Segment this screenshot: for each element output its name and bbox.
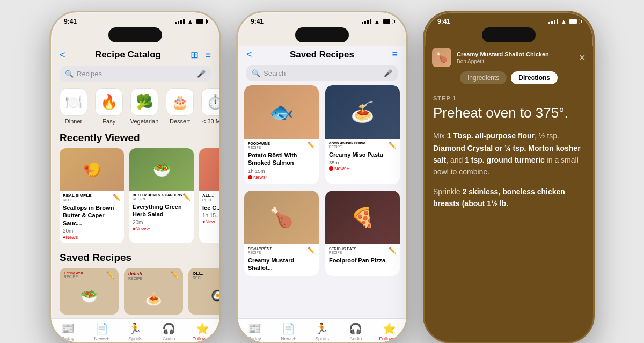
p2-edit-3[interactable]: ✏️ bbox=[308, 247, 315, 254]
card-img-2: 🥗 bbox=[129, 148, 194, 191]
grid-icon[interactable]: ⊞ bbox=[191, 49, 199, 61]
news-icon-2: 📄 bbox=[282, 322, 295, 335]
step-heading: Preheat oven to 375°. bbox=[433, 105, 584, 121]
tab-following-2[interactable]: ⭐ Following bbox=[372, 322, 406, 341]
category-vegetarian-label: Vegetarian bbox=[130, 118, 159, 125]
category-vegetarian[interactable]: 🥦 Vegetarian bbox=[130, 88, 158, 125]
vegetarian-icon: 🥦 bbox=[130, 88, 158, 116]
today-icon: 📰 bbox=[61, 322, 75, 335]
saved-card-3[interactable]: oli...REC... ✏️ 🍳 bbox=[188, 268, 219, 315]
tab-audio-1[interactable]: 🎧 Audio bbox=[152, 322, 186, 341]
mic-icon-1[interactable]: 🎤 bbox=[197, 70, 206, 78]
saved-card-img-3: 🍳 bbox=[188, 282, 219, 314]
dinner-icon: 🍽️ bbox=[60, 88, 87, 116]
recipe-header: 🍗 Creamy Mustard Shallot Chicken Bon App… bbox=[425, 46, 593, 71]
tab-following-1[interactable]: ⭐ Following bbox=[186, 322, 219, 341]
today-icon-2: 📰 bbox=[248, 322, 261, 335]
card-source-1: REAL SIMPLE bbox=[63, 193, 92, 198]
tab-today-1[interactable]: 📰 Today bbox=[51, 322, 85, 341]
p2-card-2[interactable]: 🍝 GOOD HOUSEKEEPING RECIPE ✏️ Creamy Mis… bbox=[325, 85, 400, 184]
saved-card-1[interactable]: EatingWellRECIPE ✏️ 🥗 bbox=[60, 268, 119, 315]
following-icon-2: ⭐ bbox=[383, 322, 396, 335]
category-dessert-label: Dessert bbox=[170, 118, 190, 125]
category-quick-label: < 30 Mins bbox=[202, 118, 219, 125]
tab-sports-1[interactable]: 🏃 Sports bbox=[119, 322, 152, 341]
tab-ingredients[interactable]: Ingredients bbox=[460, 71, 507, 84]
page-title-2: Saved Recipes bbox=[290, 49, 354, 60]
p2-card-img-3: 🍗 bbox=[244, 191, 319, 244]
scene: 9:41 ▲ < Recipe Catalog ⊞ ≡ bbox=[39, 0, 605, 343]
p2-title-3: Creamy Mustard Shallot... bbox=[248, 257, 315, 272]
saved-edit-icon-1[interactable]: ✏️ bbox=[106, 271, 114, 279]
p2-time-1: 1h 15m bbox=[248, 168, 315, 174]
dynamic-island-1 bbox=[108, 27, 162, 42]
card-img-1: 🍤 bbox=[60, 148, 124, 191]
p2-source-4: serious eats bbox=[329, 247, 356, 251]
category-easy-label: Easy bbox=[103, 118, 115, 125]
p2-card-1[interactable]: 🐟 FOOD•WINE RECIPE ✏️ Potato Rösti With … bbox=[244, 85, 319, 184]
nav-icons-1: ⊞ ≡ bbox=[191, 49, 211, 61]
recipe-name: Creamy Mustard Shallot Chicken bbox=[457, 50, 573, 58]
menu-icon[interactable]: ≡ bbox=[205, 49, 211, 61]
tab-audio-2[interactable]: 🎧 Audio bbox=[339, 322, 372, 341]
edit-icon-2[interactable]: ✏️ bbox=[182, 193, 191, 201]
search-placeholder-2: Search bbox=[264, 69, 286, 77]
news-icon: 📄 bbox=[95, 322, 108, 335]
saved-edit-icon-2[interactable]: ✏️ bbox=[171, 271, 179, 280]
tab-directions[interactable]: Directions bbox=[511, 71, 558, 84]
card-title-3: Ice C... bbox=[202, 204, 219, 211]
category-dinner[interactable]: 🍽️ Dinner bbox=[60, 88, 87, 125]
status-bar-2: 9:41 ▲ bbox=[238, 12, 406, 27]
directions-content: STEP 1 Preheat oven to 375°. Mix 1 Tbsp.… bbox=[425, 91, 593, 222]
search-icon-1: 🔍 bbox=[65, 70, 74, 78]
card-body-1: Scallops in Brown Butter & Caper Sauc...… bbox=[60, 203, 124, 243]
recently-viewed-row: 🍤 REAL SIMPLERECIPE ✏️ Scallops in Brown… bbox=[51, 148, 219, 249]
saved-source-3: oli... bbox=[193, 271, 204, 276]
following-icon: ⭐ bbox=[196, 322, 209, 335]
recipe-card-3[interactable]: 🍰 all...RECI... ✏️ Ice C... 1h 15... ●Ne… bbox=[199, 148, 219, 243]
menu-icon-2[interactable]: ≡ bbox=[392, 49, 398, 60]
recipe-card-2[interactable]: 🥗 Better Homes & GardensRECIPE ✏️ Everyt… bbox=[129, 148, 194, 243]
category-easy[interactable]: 🔥 Easy bbox=[95, 88, 123, 125]
edit-icon-1[interactable]: ✏️ bbox=[113, 194, 121, 201]
recipe-thumb: 🍗 bbox=[432, 48, 451, 67]
back-button-1[interactable]: < bbox=[60, 49, 65, 61]
back-button-2[interactable]: < bbox=[246, 49, 252, 60]
search-bar-1[interactable]: 🔍 Recipes 🎤 bbox=[60, 66, 211, 82]
status-bar-3: 9:41 ▲ bbox=[425, 12, 593, 27]
p2-edit-2[interactable]: ✏️ bbox=[389, 142, 396, 149]
category-quick[interactable]: ⏱️ < 30 Mins bbox=[201, 88, 219, 125]
saved-card-2[interactable]: delishRECIPE ✏️ 🍝 bbox=[124, 268, 183, 315]
recipe-tabs: Ingredients Directions bbox=[425, 71, 593, 91]
close-button[interactable]: ✕ bbox=[579, 53, 586, 63]
card-news-2: ●News+ bbox=[133, 226, 191, 231]
p2-card-3[interactable]: 🍗 bonappétit RECIPE ✏️ Creamy Mustard Sh… bbox=[244, 191, 319, 276]
dessert-icon: 🎂 bbox=[166, 88, 194, 116]
saved-recipes-title: Saved Recipes bbox=[51, 249, 219, 268]
recipes-grid: 🐟 FOOD•WINE RECIPE ✏️ Potato Rösti With … bbox=[238, 85, 406, 282]
tab-today-2[interactable]: 📰 Today bbox=[238, 322, 272, 341]
tab-news-2[interactable]: 📄 News+ bbox=[272, 322, 305, 341]
mic-icon-2[interactable]: 🎤 bbox=[384, 69, 392, 77]
p2-source-1: FOOD•WINE bbox=[248, 142, 270, 145]
tab-news-1[interactable]: 📄 News+ bbox=[85, 322, 119, 341]
p2-edit-1[interactable]: ✏️ bbox=[308, 142, 315, 149]
p2-edit-4[interactable]: ✏️ bbox=[389, 247, 396, 254]
recipe-card-1[interactable]: 🍤 REAL SIMPLERECIPE ✏️ Scallops in Brown… bbox=[60, 148, 124, 243]
p2-card-4[interactable]: 🍕 serious eats RECIPE ✏️ Foolproof Pan P… bbox=[325, 191, 400, 276]
status-right-2: ▲ bbox=[362, 18, 393, 25]
card-img-3: 🍰 bbox=[199, 148, 219, 191]
saved-card-img-2: 🍝 bbox=[124, 282, 183, 315]
card-time-3: 1h 15... bbox=[202, 213, 219, 218]
p2-title-4: Foolproof Pan Pizza bbox=[329, 257, 396, 264]
categories: 🍽️ Dinner 🔥 Easy 🥦 Vegetarian 🎂 Dessert … bbox=[51, 86, 219, 129]
search-bar-2[interactable]: 🔍 Search 🎤 bbox=[246, 65, 398, 81]
category-dessert[interactable]: 🎂 Dessert bbox=[166, 88, 194, 125]
tab-sports-label-2: Sports bbox=[315, 336, 329, 341]
card-header-2: Better Homes & GardensRECIPE ✏️ bbox=[129, 191, 194, 202]
nav-bar-1: < Recipe Catalog ⊞ ≡ bbox=[51, 46, 219, 64]
saved-card-header-1: EatingWellRECIPE ✏️ bbox=[60, 268, 119, 281]
phone-1: 9:41 ▲ < Recipe Catalog ⊞ ≡ bbox=[49, 11, 221, 343]
p2-time-2: 35m bbox=[329, 159, 396, 165]
tab-sports-2[interactable]: 🏃 Sports bbox=[305, 322, 339, 341]
